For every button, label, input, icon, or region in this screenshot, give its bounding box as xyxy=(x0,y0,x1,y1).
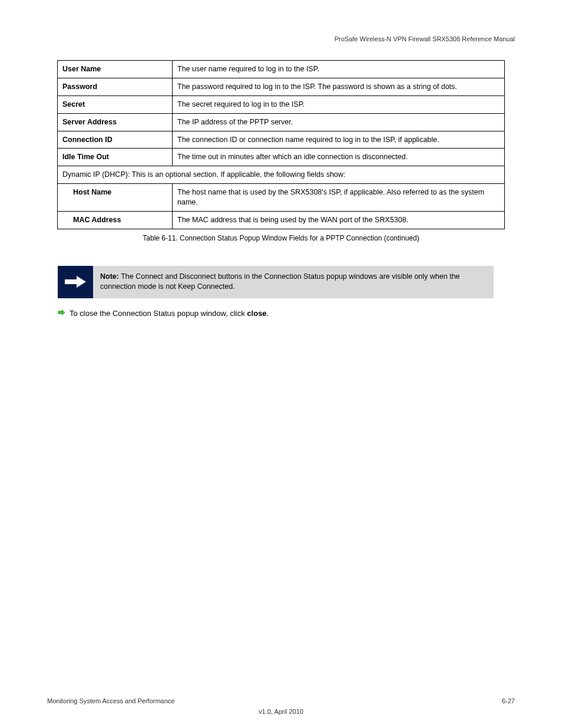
page-header: ProSafe Wireless-N VPN Firewall SRX5308 … xyxy=(47,35,515,42)
table-row: Server AddressThe IP address of the PPTP… xyxy=(58,113,505,131)
table-cell-desc: The host name that is used by the SRX530… xyxy=(173,184,505,212)
table-cell-desc: The user name required to log in to the … xyxy=(173,61,505,78)
table-row: PasswordThe password required to log in … xyxy=(58,78,505,95)
instruction-step: To close the Connection Status popup win… xyxy=(58,309,515,319)
table-row: SecretThe secret required to log in to t… xyxy=(58,95,505,113)
svg-marker-2 xyxy=(58,310,65,315)
table-cell-label: Server Address xyxy=(58,113,173,131)
table-cell-desc: The secret required to log in to the ISP… xyxy=(173,95,505,113)
table-cell-label: Secret xyxy=(58,95,173,113)
step-arrow-icon xyxy=(58,310,65,319)
table-row: MAC AddressThe MAC address that is being… xyxy=(58,211,505,229)
table-cell-label: MAC Address xyxy=(58,211,173,229)
table-cell-desc: The connection ID or connection name req… xyxy=(173,131,505,149)
footer-left: Monitoring System Access and Performance xyxy=(47,697,174,704)
table-cell-desc: The MAC address that is being used by th… xyxy=(173,211,505,229)
table-cell-desc: The password required to log in to the I… xyxy=(173,78,505,95)
table-cell-desc: The time out in minutes after which an i… xyxy=(173,149,505,166)
table-row: Dynamic IP (DHCP): This is an optional s… xyxy=(58,166,505,184)
table-row: Connection IDThe connection ID or connec… xyxy=(58,131,505,149)
table-cell-label: Idle Time Out xyxy=(58,149,173,166)
arrow-right-icon xyxy=(58,266,93,298)
note-callout: Note: The Connect and Disconnect buttons… xyxy=(58,266,494,298)
table-row: Host NameThe host name that is used by t… xyxy=(58,184,505,212)
table-caption: Table 6-11. Connection Status Popup Wind… xyxy=(47,234,515,242)
table-cell-label: Password xyxy=(58,78,173,95)
svg-rect-0 xyxy=(65,279,77,284)
page-footer: Monitoring System Access and Performance… xyxy=(47,697,515,704)
parameter-table: User NameThe user name required to log i… xyxy=(57,60,505,229)
footer-right: 6-27 xyxy=(502,697,515,704)
table-row: Idle Time OutThe time out in minutes aft… xyxy=(58,149,505,166)
table-cell-full: Dynamic IP (DHCP): This is an optional s… xyxy=(58,166,505,184)
note-text: Note: The Connect and Disconnect buttons… xyxy=(93,266,494,298)
table-cell-label: User Name xyxy=(58,61,173,78)
table-cell-desc: The IP address of the PPTP server. xyxy=(173,113,505,131)
table-row: User NameThe user name required to log i… xyxy=(58,61,505,78)
footer-version: v1.0, April 2010 xyxy=(0,708,562,715)
table-cell-label: Host Name xyxy=(58,184,173,212)
table-cell-label: Connection ID xyxy=(58,131,173,149)
svg-marker-1 xyxy=(77,276,86,288)
